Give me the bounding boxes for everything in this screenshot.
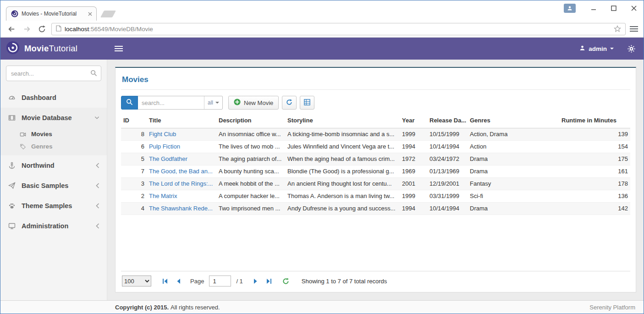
cell-runtime: 136 <box>559 190 630 203</box>
table-row[interactable]: 6 Pulp Fiction The lives of two mob ... … <box>121 141 630 153</box>
search-button[interactable] <box>121 96 138 110</box>
user-menu[interactable]: admin <box>579 45 614 52</box>
cell-release-date: 01/13/1969 <box>427 165 468 178</box>
cell-release-date: 10/15/1999 <box>427 128 468 141</box>
sidebar-item-theme-samples[interactable]: Theme Samples <box>0 196 107 216</box>
movies-grid: ID Title Description Storyline Year Rele… <box>121 114 630 271</box>
search-scope-dropdown[interactable]: all <box>204 96 222 109</box>
movie-title-link[interactable]: The Matrix <box>149 193 177 199</box>
sidebar-item-northwind[interactable]: Northwind <box>0 155 107 176</box>
copyright-text: Copyright (c) 2015. <box>115 304 169 311</box>
export-excel-button[interactable] <box>300 96 314 110</box>
cell-year: 1994 <box>400 141 427 153</box>
movie-title-link[interactable]: Fight Club <box>149 131 176 138</box>
bookmark-star-icon[interactable] <box>614 25 621 33</box>
page-number-input[interactable] <box>209 275 231 286</box>
movies-panel: Movies all <box>115 67 636 292</box>
column-header-description[interactable]: Description <box>216 114 285 128</box>
sidebar-item-label: Dashboard <box>22 94 56 101</box>
last-page-button[interactable] <box>265 277 273 285</box>
cell-description: An insomniac office w... <box>216 128 285 141</box>
cell-description: A meek hobbit of the ... <box>216 178 285 190</box>
sidebar-item-movies[interactable]: Movies <box>0 128 107 140</box>
pager-refresh-button[interactable] <box>282 277 290 285</box>
cell-description: The lives of two mob ... <box>216 141 285 153</box>
column-header-title[interactable]: Title <box>147 114 216 128</box>
table-row[interactable]: 4 The Shawshank Rede... Two imprisoned m… <box>121 203 630 215</box>
brand[interactable]: MovieTutorial <box>0 41 107 56</box>
cell-description: The aging patriarch of... <box>216 153 285 165</box>
cell-release-date: 12/19/2001 <box>427 178 468 190</box>
column-header-genres[interactable]: Genres <box>468 114 559 128</box>
browser-menu-button[interactable] <box>630 26 638 32</box>
column-header-storyline[interactable]: Storyline <box>285 114 400 128</box>
movie-title-link[interactable]: Pulp Fiction <box>149 143 180 150</box>
sidebar-item-genres[interactable]: Genres <box>0 140 107 153</box>
table-row[interactable]: 2 The Matrix A computer hacker le... Tho… <box>121 190 630 203</box>
table-row[interactable]: 5 The Godfather The aging patriarch of..… <box>121 153 630 165</box>
grid-toolbar: all New Movie <box>121 96 630 110</box>
chevron-down-icon <box>94 116 99 120</box>
film-icon <box>8 114 16 121</box>
pager: 100 Page / 1 <box>121 271 630 288</box>
chevron-down-icon <box>610 48 614 50</box>
new-tab-button[interactable] <box>100 11 116 17</box>
reload-button[interactable] <box>36 23 47 34</box>
sidebar-toggle-button[interactable] <box>115 46 123 51</box>
close-button[interactable] <box>631 5 637 11</box>
cell-genres: Action <box>468 141 559 153</box>
page-size-select[interactable]: 100 <box>122 275 151 286</box>
sidebar-item-label: Movies <box>31 131 52 138</box>
new-movie-button[interactable]: New Movie <box>228 96 279 110</box>
sidebar-item-movie-database[interactable]: Movie Database <box>0 108 107 128</box>
column-header-release-date[interactable]: Release Da... <box>427 114 468 128</box>
paw-icon <box>8 202 16 209</box>
forward-button[interactable] <box>21 23 32 34</box>
minimize-button[interactable] <box>590 5 597 11</box>
browser-titlebar: Movies - MovieTutorial <box>0 0 644 21</box>
content-area: Movies all <box>107 60 644 300</box>
sidebar-item-basic-samples[interactable]: Basic Samples <box>0 176 107 196</box>
back-button[interactable] <box>6 23 17 34</box>
cell-id: 5 <box>121 153 147 165</box>
address-bar[interactable]: localhost:56549/MovieDB/Movie <box>51 23 626 35</box>
movie-title-link[interactable]: The Good, the Bad an... <box>149 168 213 175</box>
prev-page-button[interactable] <box>174 277 182 285</box>
profile-avatar-button[interactable] <box>564 4 576 13</box>
movie-title-link[interactable]: The Lord of the Rings:... <box>149 180 213 187</box>
table-row[interactable]: 8 Fight Club An insomniac office w... A … <box>121 128 630 141</box>
sidebar: Dashboard Movie Database Movies <box>0 60 107 300</box>
cell-title: The Shawshank Rede... <box>147 203 216 215</box>
chevron-left-icon <box>96 203 99 209</box>
sidebar-item-administration[interactable]: Administration <box>0 216 107 236</box>
refresh-arrows-icon <box>286 99 292 107</box>
table-export-icon <box>304 99 310 107</box>
sidebar-search-input[interactable] <box>6 66 101 81</box>
first-page-button[interactable] <box>161 277 169 285</box>
movie-title-link[interactable]: The Shawshank Rede... <box>149 205 213 212</box>
tab-close-icon[interactable] <box>88 12 92 16</box>
next-page-button[interactable] <box>252 277 260 285</box>
chevron-left-icon <box>96 163 99 168</box>
refresh-grid-button[interactable] <box>282 96 297 110</box>
sidebar-item-dashboard[interactable]: Dashboard <box>0 88 107 108</box>
tags-icon <box>19 143 27 150</box>
browser-tab[interactable]: Movies - MovieTutorial <box>6 6 97 21</box>
table-header-row: ID Title Description Storyline Year Rele… <box>121 114 630 128</box>
browser-window: Movies - MovieTutorial <box>0 0 644 314</box>
settings-gears-icon[interactable] <box>627 45 635 53</box>
app-body: Dashboard Movie Database Movies <box>0 60 644 300</box>
table-row[interactable]: 3 The Lord of the Rings:... A meek hobbi… <box>121 178 630 190</box>
chevron-down-icon <box>215 102 219 104</box>
sidebar-item-label: Theme Samples <box>22 202 72 209</box>
column-header-runtime[interactable]: Runtime in Minutes <box>559 114 630 128</box>
maximize-button[interactable] <box>611 5 617 11</box>
column-header-id[interactable]: ID <box>121 114 147 128</box>
table-row[interactable]: 7 The Good, the Bad an... A bounty hunti… <box>121 165 630 178</box>
sidebar-search <box>6 66 101 81</box>
column-header-year[interactable]: Year <box>400 114 427 128</box>
favicon-serenity-swirl-icon <box>11 10 18 17</box>
search-scope-label: all <box>208 99 213 106</box>
movie-title-link[interactable]: The Godfather <box>149 155 187 162</box>
cell-year: 1969 <box>400 165 427 178</box>
